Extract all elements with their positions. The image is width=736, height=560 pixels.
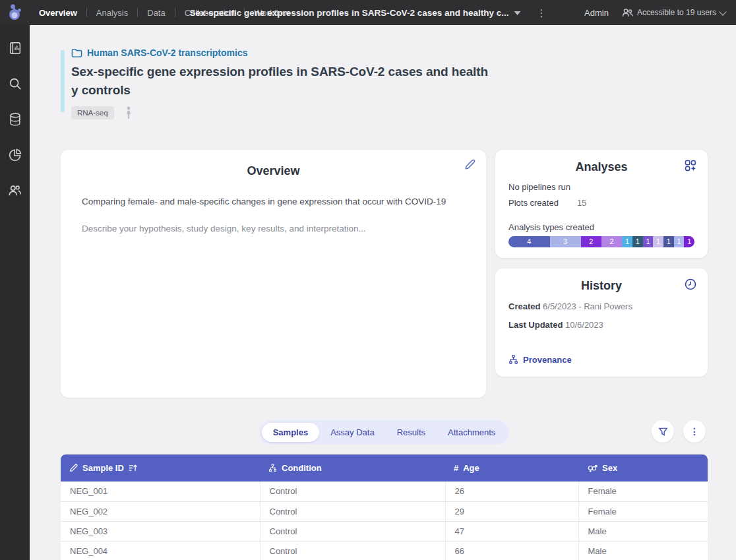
table-cell: 66 — [445, 541, 578, 560]
table-cell: 26 — [445, 482, 578, 501]
data-tabbar: Samples Assay Data Results Attachments — [259, 420, 510, 445]
gender-icon — [587, 464, 598, 473]
column-header-age[interactable]: # Age — [445, 454, 578, 482]
analysis-type-segment: 1 — [684, 236, 694, 247]
plots-created-value: 15 — [577, 198, 586, 208]
updated-row: Last Updated 10/6/2023 — [508, 320, 694, 330]
nav-tab-data[interactable]: Data — [138, 0, 174, 25]
samples-table: Sample ID — [61, 454, 708, 560]
updated-label: Last Updated — [508, 320, 563, 330]
analysis-types-label: Analysis types created — [508, 222, 694, 232]
analysis-type-segment: 4 — [508, 236, 550, 247]
sidebar-item-experiments[interactable] — [5, 38, 25, 58]
left-sidebar — [0, 25, 30, 560]
table-cell: Control — [260, 501, 445, 521]
analysis-type-segment: 2 — [601, 236, 622, 247]
provenance-label: Provenance — [523, 355, 572, 365]
plots-created-label: Plots created — [508, 198, 559, 208]
analysis-type-segment: 1 — [632, 236, 643, 247]
pluto-logo-icon — [7, 4, 23, 21]
team-users-icon — [7, 183, 22, 198]
created-row: Created 6/5/2023 - Rani Powers — [508, 301, 694, 311]
breadcrumb-label: Human SARS-CoV-2 transcriptomics — [87, 47, 248, 58]
analyses-card-title: Analyses — [508, 160, 694, 174]
created-label: Created — [508, 301, 540, 311]
column-header-sample-id[interactable]: Sample ID — [61, 454, 260, 482]
overview-card-title: Overview — [82, 164, 465, 178]
samples-table-body: NEG_001Control26FemaleNEG_002Control29Fe… — [61, 482, 708, 560]
analysis-type-segment: 1 — [622, 236, 632, 247]
sidebar-item-team[interactable] — [5, 181, 25, 201]
tab-assay-data[interactable]: Assay Data — [319, 423, 385, 442]
table-cell: Control — [260, 541, 445, 560]
column-label: Sample ID — [82, 463, 124, 473]
cards-row: Overview Comparing female- and male-spec… — [61, 150, 708, 398]
table-cell: Male — [578, 521, 708, 541]
table-cell: 29 — [445, 501, 578, 521]
experiment-switcher[interactable]: Sex-specific gene expression profiles in… — [190, 8, 547, 18]
human-species-icon — [125, 106, 133, 119]
nav-tab-analysis[interactable]: Analysis — [87, 0, 137, 25]
tab-results[interactable]: Results — [386, 423, 437, 442]
table-cell: Female — [578, 482, 708, 501]
column-label: Sex — [602, 463, 617, 473]
overview-placeholder[interactable]: Describe your hypothesis, study design, … — [82, 224, 465, 233]
lab-notebook-icon — [8, 41, 22, 55]
table-kebab-button[interactable]: ⋮ — [683, 420, 706, 443]
tab-attachments[interactable]: Attachments — [437, 423, 506, 442]
pencil-icon — [464, 159, 475, 170]
page-title: Sex-specific gene expression profiles in… — [71, 63, 493, 99]
column-header-condition[interactable]: Condition — [260, 454, 445, 482]
table-row[interactable]: NEG_002Control29Female — [61, 501, 708, 521]
table-cell: Male — [578, 541, 708, 560]
kebab-icon: ⋮ — [690, 426, 699, 437]
plots-created-row: Plots created 15 — [508, 198, 694, 208]
breadcrumb[interactable]: Human SARS-CoV-2 transcriptomics — [71, 47, 708, 58]
access-dropdown[interactable]: Accessible to 19 users — [622, 8, 725, 18]
filter-funnel-icon — [658, 427, 668, 437]
right-column: Analyses No pipelines run Plots created … — [495, 150, 708, 398]
sidebar-item-search[interactable] — [5, 74, 25, 94]
access-label: Accessible to 19 users — [637, 8, 716, 17]
experiment-header: Human SARS-CoV-2 transcriptomics Sex-spe… — [61, 47, 708, 119]
numeric-hash-icon: # — [454, 463, 458, 473]
analysis-type-segment: 1 — [653, 236, 663, 247]
overview-card: Overview Comparing female- and male-spec… — [61, 150, 486, 398]
analysis-type-segment: 1 — [674, 236, 685, 247]
main-content: Human SARS-CoV-2 transcriptomics Sex-spe… — [30, 0, 736, 560]
table-cell: NEG_001 — [61, 482, 260, 501]
sort-ascending-icon — [129, 464, 138, 472]
table-row[interactable]: NEG_004Control66Male — [61, 541, 708, 560]
table-row[interactable]: NEG_003Control47Male — [61, 521, 708, 541]
analysis-type-segment: 1 — [663, 236, 674, 247]
navbar-experiment-title: Sex-specific gene expression profiles in… — [190, 8, 509, 18]
sidebar-item-data[interactable] — [5, 109, 25, 129]
table-cell: Control — [260, 521, 445, 541]
caret-down-icon — [514, 11, 520, 15]
data-tabs-row: Samples Assay Data Results Attachments ⋮ — [61, 420, 708, 444]
sidebar-item-analyses[interactable] — [5, 145, 25, 165]
clock-icon — [684, 278, 697, 291]
table-row[interactable]: NEG_001Control26Female — [61, 482, 708, 501]
tab-samples[interactable]: Samples — [262, 423, 319, 442]
chevron-down-icon — [719, 8, 726, 15]
table-cell: NEG_003 — [61, 521, 260, 541]
column-header-sex[interactable]: Sex — [578, 454, 708, 482]
table-cell: Control — [260, 482, 445, 501]
navbar-kebab-menu-icon[interactable]: ⋮ — [536, 8, 546, 18]
app-logo[interactable] — [0, 4, 30, 21]
analysis-types-bar: 43221111111 — [508, 236, 694, 247]
filter-button[interactable] — [652, 420, 674, 443]
edit-overview-button[interactable] — [464, 159, 475, 173]
admin-label: Admin — [584, 8, 609, 18]
database-icon — [8, 112, 22, 127]
users-icon — [622, 8, 633, 18]
add-analysis-button[interactable] — [684, 159, 697, 175]
history-card-title: History — [508, 279, 694, 293]
nav-tab-overview[interactable]: Overview — [30, 0, 86, 25]
grid-plus-icon — [684, 159, 697, 172]
provenance-link[interactable]: Provenance — [508, 354, 572, 365]
search-icon — [8, 77, 22, 91]
history-button[interactable] — [684, 278, 697, 294]
condition-hierarchy-icon — [268, 464, 277, 472]
